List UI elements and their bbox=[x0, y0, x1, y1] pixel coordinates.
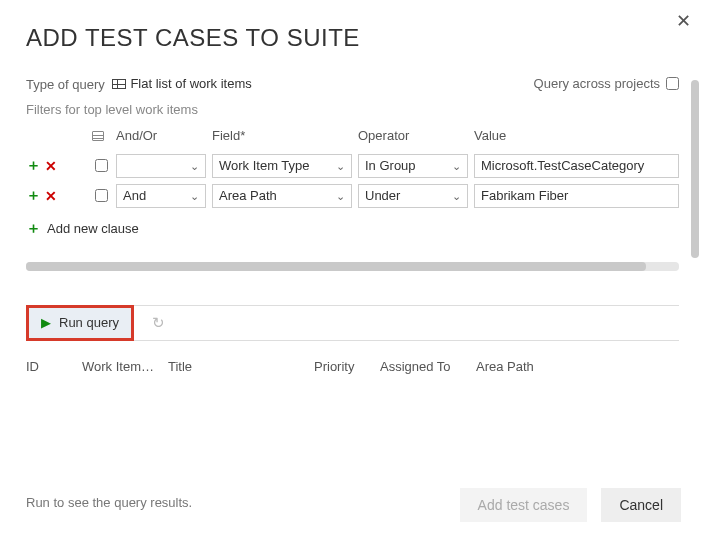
add-row-icon[interactable]: ＋ bbox=[26, 156, 41, 175]
chevron-down-icon: ⌄ bbox=[452, 185, 461, 207]
type-of-query: Type of query Flat list of work items bbox=[26, 76, 252, 92]
scrollbar-thumb[interactable] bbox=[26, 262, 646, 271]
query-across-checkbox[interactable] bbox=[666, 77, 679, 90]
horizontal-scrollbar[interactable] bbox=[26, 262, 679, 271]
dialog-footer: Add test cases Cancel bbox=[460, 488, 681, 522]
col-area-path: Area Path bbox=[476, 359, 679, 374]
flat-list-icon bbox=[112, 79, 126, 89]
results-toolbar: ▶ Run query ↻ bbox=[26, 305, 679, 341]
query-across-projects[interactable]: Query across projects bbox=[534, 76, 679, 91]
close-icon[interactable]: ✕ bbox=[676, 10, 691, 32]
dialog: ✕ ADD TEST CASES TO SUITE Type of query … bbox=[0, 0, 705, 538]
value-text: Fabrikam Fiber bbox=[481, 188, 568, 203]
group-icon bbox=[92, 131, 104, 141]
col-work-item: Work Item… bbox=[82, 359, 162, 374]
field-value: Work Item Type bbox=[219, 155, 310, 177]
value-input[interactable]: Fabrikam Fiber bbox=[474, 184, 679, 208]
filter-row: ＋ ✕ And ⌄ Area Path ⌄ Under ⌄ Fabrikam F… bbox=[26, 183, 679, 209]
col-assigned-to: Assigned To bbox=[380, 359, 470, 374]
delete-row-icon[interactable]: ✕ bbox=[45, 158, 57, 174]
operator-value: Under bbox=[365, 185, 400, 207]
col-title: Title bbox=[168, 359, 308, 374]
andor-select[interactable]: And ⌄ bbox=[116, 184, 206, 208]
chevron-down-icon: ⌄ bbox=[336, 185, 345, 207]
operator-select[interactable]: Under ⌄ bbox=[358, 184, 468, 208]
run-query-button[interactable]: ▶ Run query bbox=[26, 305, 134, 341]
type-of-query-label: Type of query bbox=[26, 77, 105, 92]
header-field: Field* bbox=[212, 128, 352, 143]
filter-row: ＋ ✕ ⌄ Work Item Type ⌄ In Group ⌄ Micros… bbox=[26, 153, 679, 179]
col-priority: Priority bbox=[314, 359, 374, 374]
value-input[interactable]: Microsoft.TestCaseCategory bbox=[474, 154, 679, 178]
field-value: Area Path bbox=[219, 185, 277, 207]
operator-value: In Group bbox=[365, 155, 416, 177]
cancel-button[interactable]: Cancel bbox=[601, 488, 681, 522]
delete-row-icon[interactable]: ✕ bbox=[45, 188, 57, 204]
filters-header: And/Or Field* Operator Value bbox=[26, 123, 679, 149]
vertical-scrollbar[interactable] bbox=[691, 80, 699, 468]
type-of-query-value[interactable]: Flat list of work items bbox=[112, 76, 251, 91]
value-text: Microsoft.TestCaseCategory bbox=[481, 158, 644, 173]
row-checkbox[interactable] bbox=[95, 189, 108, 202]
play-icon: ▶ bbox=[41, 315, 51, 330]
dialog-title: ADD TEST CASES TO SUITE bbox=[26, 24, 679, 52]
type-of-query-text: Flat list of work items bbox=[130, 76, 251, 91]
col-id: ID bbox=[26, 359, 76, 374]
header-operator: Operator bbox=[358, 128, 468, 143]
add-test-cases-button[interactable]: Add test cases bbox=[460, 488, 588, 522]
results-columns: ID Work Item… Title Priority Assigned To… bbox=[26, 359, 679, 374]
andor-select[interactable]: ⌄ bbox=[116, 154, 206, 178]
chevron-down-icon: ⌄ bbox=[190, 185, 199, 207]
field-select[interactable]: Area Path ⌄ bbox=[212, 184, 352, 208]
results-empty-message: Run to see the query results. bbox=[26, 495, 192, 510]
chevron-down-icon: ⌄ bbox=[336, 155, 345, 177]
add-row-icon[interactable]: ＋ bbox=[26, 186, 41, 205]
filters-section-label: Filters for top level work items bbox=[26, 102, 679, 117]
query-across-label: Query across projects bbox=[534, 76, 660, 91]
add-new-clause[interactable]: ＋ Add new clause bbox=[26, 219, 679, 238]
field-select[interactable]: Work Item Type ⌄ bbox=[212, 154, 352, 178]
header-value: Value bbox=[474, 128, 679, 143]
operator-select[interactable]: In Group ⌄ bbox=[358, 154, 468, 178]
refresh-icon[interactable]: ↻ bbox=[152, 314, 165, 332]
header-andor: And/Or bbox=[116, 128, 206, 143]
query-top-bar: Type of query Flat list of work items Qu… bbox=[26, 76, 679, 92]
andor-value: And bbox=[123, 185, 146, 207]
row-checkbox[interactable] bbox=[95, 159, 108, 172]
plus-icon: ＋ bbox=[26, 219, 41, 238]
run-query-label: Run query bbox=[59, 315, 119, 330]
scrollbar-thumb[interactable] bbox=[691, 80, 699, 258]
chevron-down-icon: ⌄ bbox=[190, 155, 199, 177]
chevron-down-icon: ⌄ bbox=[452, 155, 461, 177]
add-clause-label: Add new clause bbox=[47, 221, 139, 236]
